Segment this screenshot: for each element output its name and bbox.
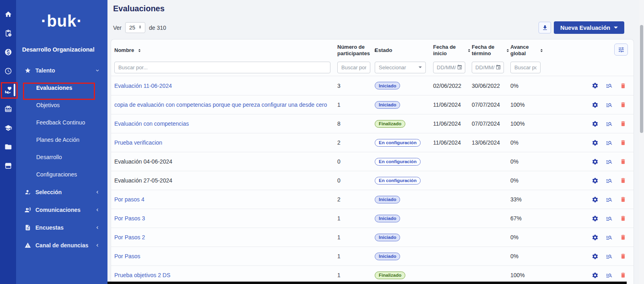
dollar-circle-icon[interactable]: [0, 48, 16, 56]
download-button[interactable]: [539, 22, 551, 33]
evaluation-name-link[interactable]: Evaluación 11-06-2024: [114, 83, 172, 89]
participants-count: 1: [337, 272, 375, 278]
row-settings-button[interactable]: [592, 196, 599, 203]
row-review-button[interactable]: [606, 253, 613, 260]
row-delete-button[interactable]: [620, 196, 626, 203]
global-progress: 67%: [510, 215, 544, 222]
column-header-avance[interactable]: Avance global: [510, 44, 544, 57]
row-review-button[interactable]: [606, 215, 613, 222]
evaluation-name-link[interactable]: copia de evaluación con competencias por…: [114, 102, 327, 108]
row-review-button[interactable]: [606, 272, 613, 279]
app-window: ·buk· Desarrollo Organizacional Talento …: [0, 0, 644, 284]
status-badge: Iniciado: [375, 215, 400, 222]
chevron-left-icon: [95, 189, 100, 195]
evaluation-name-link[interactable]: Por pasos 4: [114, 196, 144, 203]
row-settings-button[interactable]: [592, 102, 599, 108]
sidebar-item-canal-de-denuncias[interactable]: Canal de denuncias: [16, 236, 107, 254]
sidebar-item-talento[interactable]: Talento: [16, 62, 107, 79]
sidebar-item-configuraciones[interactable]: Configuraciones: [16, 166, 107, 183]
row-review-button[interactable]: [606, 234, 613, 241]
start-date: 11/06/2024: [433, 120, 472, 127]
sidebar-item-encuestas[interactable]: Encuestas: [16, 219, 107, 236]
row-delete-button[interactable]: [620, 272, 626, 278]
row-review-button[interactable]: [606, 177, 613, 184]
column-header-fecha-inicio[interactable]: Fecha de inicio: [433, 44, 472, 57]
global-progress: 100%: [510, 120, 544, 127]
row-review-button[interactable]: [606, 120, 613, 127]
column-header-participantes[interactable]: Número de participantes: [337, 44, 375, 57]
sort-icon[interactable]: [539, 48, 544, 53]
star-icon: [25, 67, 31, 74]
clock-icon[interactable]: [0, 67, 16, 75]
sort-icon[interactable]: [137, 48, 142, 53]
sort-icon[interactable]: [505, 48, 510, 53]
row-review-button[interactable]: [606, 102, 613, 108]
row-delete-button[interactable]: [620, 120, 626, 127]
evaluation-name-link[interactable]: Prueba objetivos 2 DS: [114, 272, 170, 278]
filter-fecha-termino-input[interactable]: DD/MM/: [472, 62, 504, 73]
row-delete-button[interactable]: [620, 102, 626, 108]
scrollbar-thumb[interactable]: [640, 25, 643, 133]
status-badge: Iniciado: [375, 253, 400, 260]
row-review-button[interactable]: [606, 196, 613, 203]
scrollbar[interactable]: [639, 0, 644, 284]
row-delete-button[interactable]: [620, 215, 626, 222]
row-settings-button[interactable]: [592, 139, 599, 146]
gift-icon[interactable]: [0, 105, 16, 113]
evaluation-name-link[interactable]: Por Pasos 2: [114, 234, 145, 240]
sidebar-item-feedback-continuo[interactable]: Feedback Continuo: [16, 114, 107, 131]
caret-down-icon: [614, 27, 618, 29]
row-settings-button[interactable]: [592, 158, 599, 165]
evaluation-name-link[interactable]: Por Pasos 3: [114, 215, 145, 222]
folder-icon[interactable]: [0, 143, 16, 151]
sidebar-item-planes-de-accion[interactable]: Planes de Acción: [16, 131, 107, 149]
column-header-fecha-termino[interactable]: Fecha de término: [472, 44, 510, 57]
evaluation-name-link[interactable]: Por Pasos: [114, 253, 140, 259]
filter-estado-select[interactable]: Seleccionar: [375, 62, 426, 73]
status-badge: Iniciado: [375, 82, 400, 89]
row-settings-button[interactable]: [592, 253, 599, 260]
row-settings-button[interactable]: [592, 177, 599, 184]
sort-icon[interactable]: [466, 48, 472, 53]
end-date: 07/07/2024: [472, 102, 510, 108]
row-settings-button[interactable]: [592, 234, 599, 241]
row-settings-button[interactable]: [592, 215, 599, 222]
evaluations-table: Nombre Número de participantes Estado Fe…: [111, 39, 634, 284]
evaluation-name: Evaluación 27-05-2024: [114, 177, 172, 184]
row-delete-button[interactable]: [620, 253, 626, 259]
page-size-select[interactable]: 25: [125, 22, 145, 33]
row-settings-button[interactable]: [592, 272, 599, 279]
row-settings-button[interactable]: [592, 82, 599, 89]
column-header-nombre[interactable]: Nombre: [111, 47, 337, 54]
filter-nombre-input[interactable]: [114, 62, 330, 73]
table-body: Evaluación 11-06-20243Iniciado02/06/2022…: [111, 76, 634, 284]
sidebar-item-comunicaciones[interactable]: Comunicaciones: [16, 201, 107, 219]
row-delete-button[interactable]: [620, 83, 626, 89]
column-settings-button[interactable]: [614, 44, 628, 56]
table-row: Evaluación 04-06-20240En configuración0%: [111, 152, 634, 171]
status-badge: Iniciado: [375, 196, 400, 203]
new-evaluation-button[interactable]: Nueva Evaluación: [554, 21, 624, 34]
chevron-left-icon: [95, 207, 100, 213]
row-delete-button[interactable]: [620, 177, 626, 184]
clipboard-clock-icon[interactable]: [0, 29, 16, 37]
row-review-button[interactable]: [606, 139, 613, 146]
filter-participantes-input[interactable]: [337, 62, 370, 73]
row-review-button[interactable]: [606, 158, 613, 165]
start-date: 11/06/2024: [433, 102, 472, 108]
filter-fecha-inicio-input[interactable]: DD/MM/: [433, 62, 465, 73]
storefront-icon[interactable]: [0, 162, 16, 170]
home-icon[interactable]: [0, 10, 16, 18]
sidebar-item-seleccion[interactable]: Selección: [16, 183, 107, 201]
participants-count: 3: [337, 83, 375, 89]
row-review-button[interactable]: [606, 82, 613, 89]
evaluation-name-link[interactable]: Evaluación con competencias: [114, 120, 189, 127]
graduation-cap-icon[interactable]: [0, 124, 16, 132]
filter-avance-input[interactable]: [510, 62, 541, 73]
row-delete-button[interactable]: [620, 158, 626, 165]
evaluation-name-link[interactable]: Prueba verificacion: [114, 139, 162, 146]
row-settings-button[interactable]: [592, 120, 599, 127]
row-delete-button[interactable]: [620, 139, 626, 146]
sidebar-item-desarrollo[interactable]: Desarrollo: [16, 149, 107, 166]
row-delete-button[interactable]: [620, 234, 626, 240]
